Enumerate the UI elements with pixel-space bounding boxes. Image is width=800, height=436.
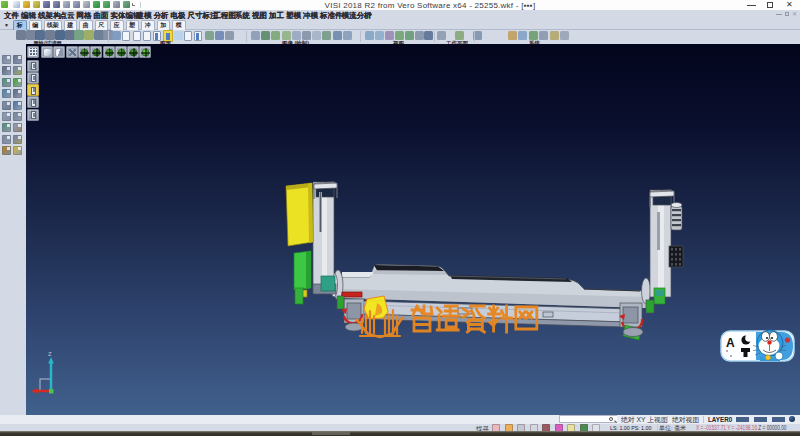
svg-text:Z: Z xyxy=(48,351,52,357)
svg-text:A: A xyxy=(726,336,735,350)
